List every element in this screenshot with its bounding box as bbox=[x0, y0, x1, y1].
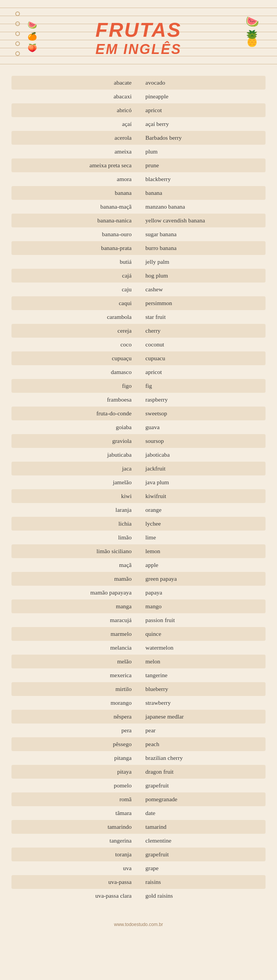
table-row: ameixaplum bbox=[11, 145, 266, 158]
fruit-portuguese: mamão papayaya bbox=[11, 586, 138, 599]
fruit-english: raisins bbox=[138, 876, 266, 888]
fruit-english: yellow cavendish banana bbox=[138, 214, 266, 227]
table-row: romãpomegranade bbox=[11, 792, 266, 806]
fruit-english: cherry bbox=[138, 325, 266, 337]
fruit-portuguese: abacate bbox=[11, 77, 138, 89]
fruit-portuguese: cupuaçu bbox=[11, 352, 138, 364]
fruit-english: soursop bbox=[138, 435, 266, 447]
fruit-portuguese: pitaya bbox=[11, 766, 138, 778]
fruit-english: coconut bbox=[138, 338, 266, 351]
fruit-english: kiwifruit bbox=[138, 490, 266, 502]
table-row: banana-prataburro banana bbox=[11, 241, 266, 255]
fruit-english: plum bbox=[138, 145, 266, 158]
fruit-portuguese: abricó bbox=[11, 104, 138, 116]
fruit-english: guava bbox=[138, 421, 266, 433]
fruit-english: avocado bbox=[138, 77, 266, 89]
fruit-english: grape bbox=[138, 862, 266, 874]
fruit-portuguese: marmelo bbox=[11, 628, 138, 640]
table-row: fruta-do-condesweetsop bbox=[11, 407, 266, 420]
fruit-portuguese: framboesa bbox=[11, 394, 138, 406]
fruit-portuguese: jabuticaba bbox=[11, 449, 138, 461]
fruit-portuguese: mexerica bbox=[11, 669, 138, 681]
table-row: acerolaBarbados berry bbox=[11, 131, 266, 145]
fruit-portuguese: butiá bbox=[11, 256, 138, 268]
fruits-table: abacateavocadoabacaxipineappleabricóapri… bbox=[0, 72, 277, 914]
table-row: pitayadragon fruit bbox=[11, 765, 266, 779]
fruit-portuguese: jaca bbox=[11, 462, 138, 475]
fruit-portuguese: graviola bbox=[11, 435, 138, 447]
fruit-portuguese: uva-passa bbox=[11, 876, 138, 888]
header-dot-3 bbox=[15, 31, 20, 36]
fruit-portuguese: acerola bbox=[11, 132, 138, 144]
table-row: graviolasoursop bbox=[11, 434, 266, 448]
fruit-english: sweetsop bbox=[138, 407, 266, 420]
fruit-portuguese: abacaxi bbox=[11, 90, 138, 103]
fruit-portuguese: banana bbox=[11, 187, 138, 199]
fruit-portuguese: mirtilo bbox=[11, 683, 138, 695]
fruit-portuguese: limão bbox=[11, 531, 138, 544]
table-row: cerejacherry bbox=[11, 324, 266, 338]
fruit-english: tangerine bbox=[138, 669, 266, 681]
fruit-english: pear bbox=[138, 724, 266, 737]
fruit-portuguese: banana-maçã bbox=[11, 201, 138, 213]
fruit-portuguese: maçã bbox=[11, 559, 138, 571]
table-row: melanciawatermelon bbox=[11, 641, 266, 655]
fruit-english: green papaya bbox=[138, 573, 266, 585]
fruit-english: papaya bbox=[138, 586, 266, 599]
table-row: limãolime bbox=[11, 531, 266, 544]
fruit-english: raspberry bbox=[138, 394, 266, 406]
fruit-portuguese: banana-ouro bbox=[11, 228, 138, 240]
fruit-english: manzano banana bbox=[138, 201, 266, 213]
title-main: FRUTAS bbox=[31, 18, 246, 41]
fruit-english: peach bbox=[138, 738, 266, 750]
table-row: mamão papayayapapaya bbox=[11, 586, 266, 599]
fruit-english: apricot bbox=[138, 104, 266, 116]
fruit-english: prune bbox=[138, 159, 266, 172]
header-dot-1 bbox=[15, 11, 20, 16]
fruit-english: blueberry bbox=[138, 683, 266, 695]
table-row: mangamango bbox=[11, 599, 266, 613]
fruit-english: dragon fruit bbox=[138, 766, 266, 778]
fruit-portuguese: maracujá bbox=[11, 614, 138, 626]
fruit-english: cashew bbox=[138, 283, 266, 296]
fruit-portuguese: laranja bbox=[11, 504, 138, 516]
table-row: lichialychee bbox=[11, 517, 266, 531]
table-row: toranjagrapefruit bbox=[11, 848, 266, 861]
page-footer: www.todoestudo.com.br bbox=[0, 914, 277, 935]
fruit-english: star fruit bbox=[138, 311, 266, 323]
table-row: framboesaraspberry bbox=[11, 393, 266, 407]
table-row: jabuticabajaboticaba bbox=[11, 448, 266, 462]
fruit-portuguese: pêssego bbox=[11, 738, 138, 750]
header-dot-2 bbox=[15, 21, 20, 26]
fruit-english: lemon bbox=[138, 545, 266, 557]
fruit-english: blackberry bbox=[138, 173, 266, 185]
table-row: figofig bbox=[11, 379, 266, 393]
table-row: damascoapricot bbox=[11, 365, 266, 379]
table-row: mirtiloblueberry bbox=[11, 682, 266, 696]
fruit-english: banana bbox=[138, 187, 266, 199]
fruit-english: grapefruit bbox=[138, 779, 266, 792]
table-row: jacajackfruit bbox=[11, 462, 266, 475]
fruit-english: tamarind bbox=[138, 821, 266, 833]
table-row: uvagrape bbox=[11, 861, 266, 875]
fruit-english: fig bbox=[138, 380, 266, 392]
fruit-portuguese: banana-nanica bbox=[11, 214, 138, 227]
fruit-english: sugar banana bbox=[138, 228, 266, 240]
fruit-portuguese: ameixa preta seca bbox=[11, 159, 138, 172]
table-row: marmeloquince bbox=[11, 627, 266, 641]
table-row: caquipersimmon bbox=[11, 296, 266, 310]
table-row: maracujápassion fruit bbox=[11, 613, 266, 627]
fruit-portuguese: caju bbox=[11, 283, 138, 296]
fruit-english: grapefruit bbox=[138, 848, 266, 861]
fruit-portuguese: pera bbox=[11, 724, 138, 737]
fruit-english: apricot bbox=[138, 366, 266, 378]
fruit-english: persimmon bbox=[138, 297, 266, 309]
fruit-english: japanese medlar bbox=[138, 710, 266, 723]
fruit-english: quince bbox=[138, 628, 266, 640]
fruit-english: jelly palm bbox=[138, 256, 266, 268]
table-row: jamelãojava plum bbox=[11, 475, 266, 489]
table-row: pêssegopeach bbox=[11, 737, 266, 751]
fruit-english: strawberry bbox=[138, 697, 266, 709]
table-row: tâmaradate bbox=[11, 806, 266, 820]
fruit-portuguese: caqui bbox=[11, 297, 138, 309]
